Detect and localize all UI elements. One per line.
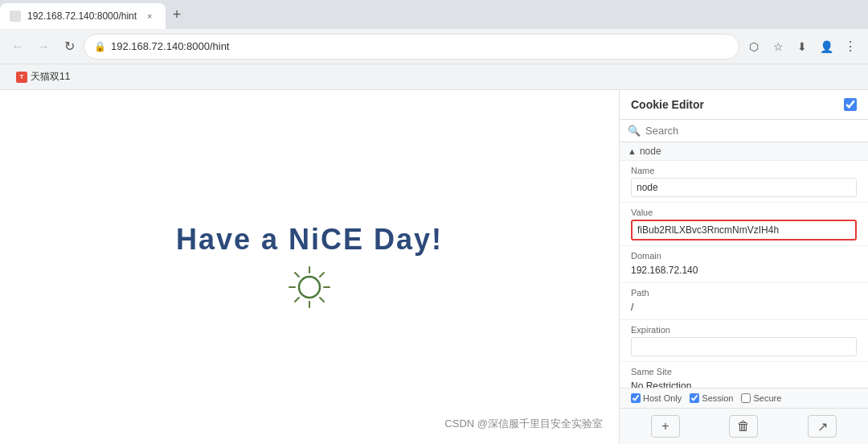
extensions-button[interactable]: ⬡ (743, 35, 765, 58)
value-input[interactable] (631, 220, 857, 240)
back-icon: ← (11, 39, 24, 54)
delete-icon: 🗑 (737, 419, 750, 434)
domain-label: Domain (631, 251, 857, 261)
cookie-editor-toggle[interactable] (844, 98, 857, 111)
secure-label: Secure (753, 393, 781, 403)
value-section: 🗑 Value (620, 203, 868, 246)
session-label: Session (702, 393, 733, 403)
bookmark-bar: T 天猫双11 (0, 64, 868, 90)
cookie-action-buttons: + 🗑 ↗ (620, 408, 868, 444)
tab-close-button[interactable]: × (143, 10, 156, 23)
expiration-input[interactable] (631, 337, 857, 356)
value-label: Value (631, 208, 857, 217)
host-only-label: Host Only (643, 393, 682, 403)
active-tab[interactable]: 192.168.72.140:8000/hint × (0, 3, 166, 29)
field-group-value: Value (620, 203, 868, 246)
download-button[interactable]: ⬇ (791, 35, 813, 58)
bookmark-button[interactable]: ☆ (767, 35, 789, 58)
svg-line-6 (320, 273, 324, 277)
bookmark-label: 天猫双11 (31, 70, 70, 84)
search-icon: 🔍 (628, 125, 641, 137)
page-footer: CSDN @深信服千里目安全实验室 (444, 417, 603, 431)
nav-bar: ← → ↻ 🔒 192.168.72.140:8000/hint ⬡ ☆ ⬇ 👤… (0, 29, 868, 64)
svg-point-8 (299, 277, 320, 298)
nav-actions: ⬡ ☆ ⬇ 👤 ⋮ (743, 35, 862, 58)
address-text: 192.168.72.140:8000/hint (111, 40, 729, 52)
host-only-checkbox-item[interactable]: Host Only (631, 393, 682, 403)
field-group-name: Name (620, 161, 868, 203)
name-input[interactable] (631, 178, 857, 197)
cookie-editor-title: Cookie Editor (631, 98, 704, 111)
export-icon: ↗ (817, 419, 828, 434)
new-tab-button[interactable]: + (166, 3, 188, 26)
secure-checkbox[interactable] (741, 393, 751, 403)
secure-checkbox-item[interactable]: Secure (741, 393, 781, 403)
tab-title: 192.168.72.140:8000/hint (27, 10, 137, 22)
path-value: / (631, 300, 857, 314)
host-only-checkbox[interactable] (631, 393, 641, 403)
samesite-label: Same Site (631, 367, 857, 376)
add-cookie-button[interactable]: + (651, 415, 680, 438)
forward-icon: → (37, 39, 50, 54)
domain-value: 192.168.72.140 (631, 263, 857, 278)
lock-icon: 🔒 (94, 41, 106, 52)
expiration-label: Expiration (631, 325, 857, 335)
forward-button[interactable]: → (32, 35, 55, 58)
sun-svg (285, 263, 334, 311)
export-cookie-button[interactable]: ↗ (808, 415, 837, 438)
samesite-value: No Restriction (631, 379, 857, 388)
search-input[interactable] (645, 125, 860, 137)
field-group-domain: Domain 192.168.72.140 (620, 246, 868, 283)
cookie-checkboxes-footer: Host Only Session Secure (620, 388, 868, 408)
session-checkbox[interactable] (690, 393, 699, 403)
cookie-node-row: ▲ node (620, 142, 868, 161)
profile-button[interactable]: 👤 (815, 35, 837, 58)
tab-favicon (10, 10, 21, 22)
bookmark-item-tmall[interactable]: T 天猫双11 (10, 68, 76, 85)
cookie-search-bar: 🔍 (620, 120, 868, 142)
browser-window: 192.168.72.140:8000/hint × + ← → ↻ 🔒 192… (0, 0, 868, 444)
bookmark-favicon: T (16, 72, 27, 83)
name-label: Name (631, 166, 857, 175)
main-area: Have a NiCE Day! (0, 90, 868, 444)
cookie-editor-header: Cookie Editor (620, 90, 868, 120)
back-button[interactable]: ← (6, 35, 29, 58)
expiration-section: 💾 Expiration (620, 320, 868, 362)
reload-icon: ↻ (64, 39, 75, 54)
chevron-up-icon: ▲ (628, 146, 637, 156)
address-bar[interactable]: 🔒 192.168.72.140:8000/hint (84, 34, 739, 60)
session-checkbox-item[interactable]: Session (690, 393, 733, 403)
svg-line-4 (295, 273, 299, 277)
page-content: Have a NiCE Day! (0, 90, 619, 444)
menu-button[interactable]: ⋮ (839, 35, 862, 58)
nice-day-text: Have a NiCE Day! (176, 223, 443, 257)
cookie-editor-panel: Cookie Editor 🔍 ▲ node Name (619, 90, 868, 444)
svg-line-5 (320, 298, 324, 302)
checkbox-row: Host Only Session Secure (631, 393, 857, 403)
nice-day-image: Have a NiCE Day! (176, 223, 443, 311)
svg-line-7 (295, 298, 299, 302)
field-group-path: Path / (620, 283, 868, 320)
path-label: Path (631, 288, 857, 298)
field-group-samesite: Same Site No Restriction (620, 362, 868, 388)
field-group-expiration: Expiration (620, 320, 868, 362)
cookie-node-label: node (640, 146, 661, 157)
reload-button[interactable]: ↻ (58, 35, 80, 58)
sun-drawing (285, 263, 334, 311)
tab-bar: 192.168.72.140:8000/hint × + (0, 0, 868, 29)
delete-cookie-button[interactable]: 🗑 (729, 415, 758, 438)
cookie-form: Name 🗑 Value Domain 192.168.72.140 (620, 161, 868, 388)
